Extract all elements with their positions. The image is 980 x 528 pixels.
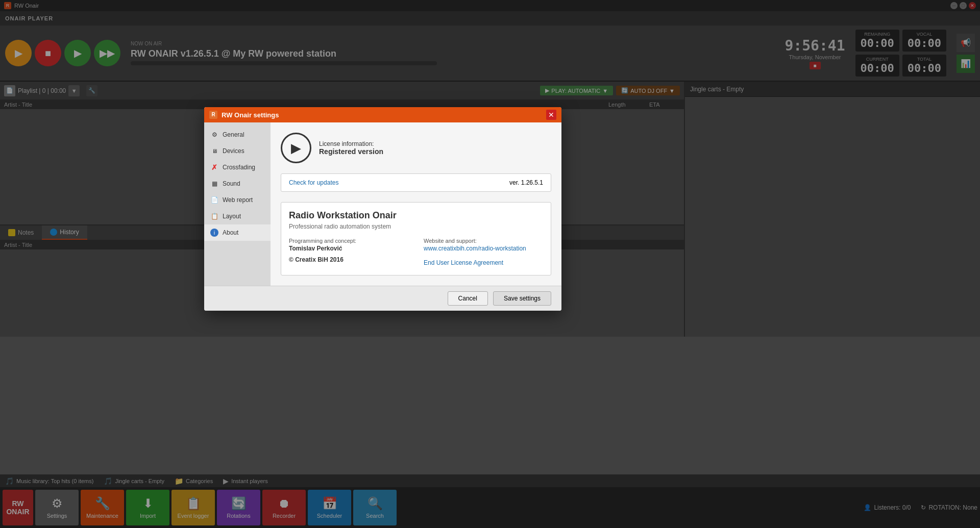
- modal-body: ⚙ General 🖥 Devices ✗ Crossfading ▦ Soun…: [204, 122, 561, 286]
- layout-icon: 📋: [210, 212, 218, 220]
- license-label: License information:: [319, 140, 383, 147]
- layout-label: Layout: [223, 213, 241, 220]
- app-subtitle: Professional radio automation system: [289, 223, 543, 230]
- license-text: License information: Registered version: [319, 140, 383, 156]
- modal-title: RW Onair settings: [222, 111, 279, 119]
- about-col-left: Programming and concept: Tomislav Perkov…: [289, 238, 408, 267]
- devices-label: Devices: [223, 147, 244, 155]
- modal-footer: Cancel Save settings: [204, 286, 561, 311]
- crossfading-icon: ✗: [210, 163, 218, 171]
- sound-icon: ▦: [210, 180, 218, 188]
- crossfading-label: Crossfading: [223, 164, 255, 171]
- programming-label: Programming and concept:: [289, 238, 408, 244]
- check-for-updates-link[interactable]: Check for updates: [289, 179, 338, 186]
- modal-app-icon: R: [209, 111, 217, 119]
- modal-menu-crossfading[interactable]: ✗ Crossfading: [204, 159, 271, 175]
- update-box: Check for updates ver. 1.26.5.1: [281, 173, 551, 192]
- about-icon: i: [210, 229, 218, 237]
- modal-title-bar: R RW Onair settings ✕: [204, 107, 561, 122]
- version-text: ver. 1.26.5.1: [509, 179, 543, 186]
- save-settings-button[interactable]: Save settings: [493, 291, 551, 306]
- modal-menu-general[interactable]: ⚙ General: [204, 127, 271, 143]
- license-box: ▶ License information: Registered versio…: [281, 133, 551, 163]
- modal-menu-webreport[interactable]: 📄 Web report: [204, 192, 271, 208]
- webreport-icon: 📄: [210, 196, 218, 204]
- modal-about-content: ▶ License information: Registered versio…: [271, 122, 561, 286]
- webreport-label: Web report: [223, 196, 253, 204]
- programming-value: Tomislav Perković: [289, 245, 408, 252]
- about-label: About: [223, 229, 238, 236]
- copyright-text: © Creatix BiH 2016: [289, 256, 408, 263]
- app-name: Radio Workstation Onair: [289, 210, 543, 221]
- modal-menu-sound[interactable]: ▦ Sound: [204, 175, 271, 192]
- modal-menu-layout[interactable]: 📋 Layout: [204, 208, 271, 224]
- about-app-box: Radio Workstation Onair Professional rad…: [281, 202, 551, 275]
- modal-overlay: R RW Onair settings ✕ ⚙ General 🖥 Device…: [0, 0, 980, 528]
- modal-sidebar: ⚙ General 🖥 Devices ✗ Crossfading ▦ Soun…: [204, 122, 271, 286]
- general-icon: ⚙: [210, 131, 218, 139]
- about-grid: Programming and concept: Tomislav Perkov…: [289, 238, 543, 267]
- eula-link[interactable]: End User License Agreement: [424, 259, 503, 266]
- license-status: Registered version: [319, 147, 383, 156]
- general-label: General: [223, 131, 244, 138]
- sound-label: Sound: [223, 180, 240, 187]
- website-url[interactable]: www.creatixbih.com/radio-workstation: [424, 245, 526, 252]
- website-label: Website and support:: [424, 238, 543, 244]
- modal-close-button[interactable]: ✕: [546, 110, 556, 120]
- devices-icon: 🖥: [210, 147, 218, 155]
- play-logo-icon: ▶: [281, 133, 311, 163]
- modal-menu-devices[interactable]: 🖥 Devices: [204, 143, 271, 159]
- modal-menu-about[interactable]: i About: [204, 224, 271, 241]
- cancel-button[interactable]: Cancel: [448, 291, 488, 306]
- settings-modal: R RW Onair settings ✕ ⚙ General 🖥 Device…: [204, 107, 561, 311]
- about-col-right: Website and support: www.creatixbih.com/…: [424, 238, 543, 267]
